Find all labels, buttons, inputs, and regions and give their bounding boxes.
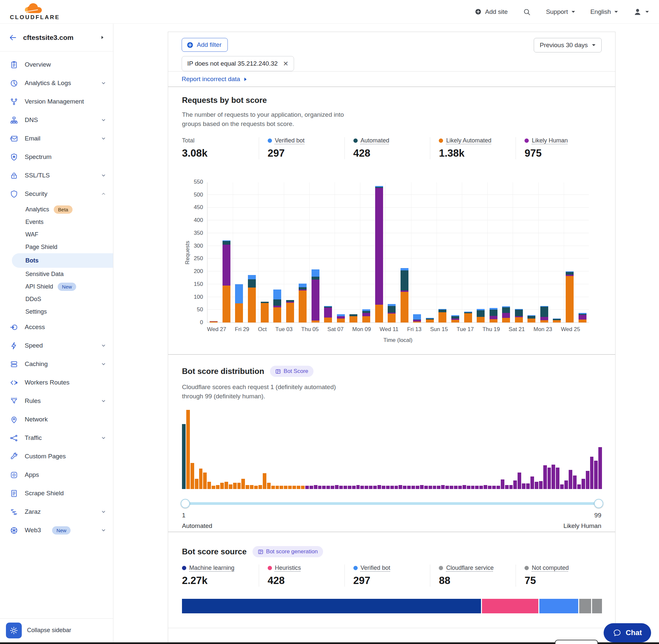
sidebar-item-web3[interactable]: Web3New xyxy=(0,521,113,539)
score-range-slider[interactable] xyxy=(182,499,602,508)
bot-score-generation-docs-badge[interactable]: Bot score generation xyxy=(253,546,323,557)
chart-bar[interactable] xyxy=(500,182,513,322)
stat-label-text[interactable]: Verified bot xyxy=(275,137,305,144)
chart-bar[interactable] xyxy=(373,182,385,322)
chart-bar[interactable] xyxy=(436,182,449,322)
sidebar-item-events[interactable]: Events xyxy=(0,216,113,228)
stat-label-text[interactable]: Automated xyxy=(361,137,389,144)
preferences-button[interactable] xyxy=(6,623,22,638)
chart-bar[interactable] xyxy=(550,182,563,322)
sidebar-item-settings[interactable]: Settings xyxy=(0,305,113,318)
stat-label-text[interactable]: Machine learning xyxy=(189,565,234,572)
sidebar-item-dns[interactable]: DNS xyxy=(0,111,113,129)
histogram-bin-score-56 xyxy=(416,486,419,489)
chart-bar[interactable] xyxy=(411,182,424,322)
sidebar-item-analytics-logs[interactable]: Analytics & Logs xyxy=(0,74,113,92)
collapse-sidebar-button[interactable]: Collapse sidebar xyxy=(27,627,71,634)
sidebar-item-network[interactable]: Network xyxy=(0,410,113,429)
sidebar-item-bots[interactable]: Bots xyxy=(12,253,113,268)
chart-bar[interactable] xyxy=(335,182,348,322)
chart-bar[interactable] xyxy=(538,182,551,322)
chart-bar[interactable] xyxy=(271,182,284,322)
sidebar-item-version-management[interactable]: Version Management xyxy=(0,92,113,111)
add-site-button[interactable]: Add site xyxy=(475,8,508,16)
stat-label-text[interactable]: Likely Automated xyxy=(446,137,491,144)
sidebar-item-sensitive-data[interactable]: Sensitive Data xyxy=(0,268,113,280)
account-menu[interactable] xyxy=(633,7,649,16)
sidebar-item-api-shield[interactable]: API ShieldNew xyxy=(0,280,113,293)
bar-segment-verified-bot xyxy=(235,284,243,303)
sidebar-item-security[interactable]: Security xyxy=(0,185,113,203)
stat-likely-human: Likely Human975 xyxy=(516,137,601,159)
chart-bar[interactable] xyxy=(474,182,487,322)
sidebar-item-apps[interactable]: Apps xyxy=(0,466,113,484)
remove-filter-icon[interactable]: ✕ xyxy=(283,60,288,68)
chart-bar[interactable] xyxy=(525,182,538,322)
sidebar-item-analytics[interactable]: AnalyticsBeta xyxy=(0,203,113,216)
stat-label-text[interactable]: Not computed xyxy=(532,565,569,572)
site-selector[interactable]: cftestsite3.com xyxy=(0,24,113,51)
stat-label: Verified bot xyxy=(353,565,430,572)
sidebar-item-ssl-tls[interactable]: SSL/TLS xyxy=(0,166,113,185)
chart-bar[interactable] xyxy=(360,182,373,322)
sidebar-item-overview[interactable]: Overview xyxy=(0,55,113,74)
chart-bar[interactable] xyxy=(297,182,309,322)
stat-label-text[interactable]: Heuristics xyxy=(275,565,301,572)
sidebar-item-workers-routes[interactable]: Workers Routes xyxy=(0,373,113,392)
chart-bar[interactable] xyxy=(385,182,398,322)
language-menu[interactable]: English xyxy=(590,8,618,16)
sidebar-item-spectrum[interactable]: Spectrum xyxy=(0,148,113,166)
slider-handle-max[interactable] xyxy=(594,499,603,508)
sidebar-item-scrape-shield[interactable]: Scrape Shield xyxy=(0,484,113,503)
y-tick-label: 300 xyxy=(194,243,203,249)
stat-label-text[interactable]: Verified bot xyxy=(361,565,390,572)
chart-bar[interactable] xyxy=(487,182,500,322)
bar-segment-likely-human xyxy=(311,280,320,321)
slider-track[interactable] xyxy=(182,502,602,505)
sidebar-item-waf[interactable]: WAF xyxy=(0,228,113,241)
sidebar-item-access[interactable]: Access xyxy=(0,318,113,336)
chart-bar[interactable] xyxy=(309,182,322,322)
sidebar-item-page-shield[interactable]: Page Shield xyxy=(0,241,113,253)
chart-bar[interactable] xyxy=(245,182,258,322)
support-menu[interactable]: Support xyxy=(546,8,575,16)
chart-bar[interactable] xyxy=(513,182,525,322)
report-incorrect-data-link[interactable]: Report incorrect data xyxy=(182,75,248,83)
chart-bar[interactable] xyxy=(258,182,271,322)
chart-bar[interactable] xyxy=(207,182,220,322)
sidebar-item-custom-pages[interactable]: Custom Pages xyxy=(0,447,113,466)
stat-label-text[interactable]: Likely Human xyxy=(532,137,568,144)
chart-bar[interactable] xyxy=(449,182,462,322)
bot-score-docs-badge[interactable]: Bot Score xyxy=(270,366,313,377)
cloudflare-logo[interactable]: CLOUDFLARE xyxy=(10,3,60,21)
filter-chip[interactable]: IP does not equal 35.212.240.32 ✕ xyxy=(182,56,294,71)
sidebar-item-caching[interactable]: Caching xyxy=(0,355,113,373)
chart-bar[interactable] xyxy=(347,182,360,322)
chart-bar[interactable] xyxy=(563,182,576,322)
chart-bar[interactable] xyxy=(462,182,474,322)
chat-button[interactable]: Chat xyxy=(604,623,651,642)
sidebar-item-speed[interactable]: Speed xyxy=(0,336,113,355)
chart-bar[interactable] xyxy=(322,182,335,322)
bar-segment-likely-automated xyxy=(235,303,243,322)
chart-bar[interactable] xyxy=(233,182,245,322)
chart-bar[interactable] xyxy=(398,182,411,322)
sidebar-item-email[interactable]: Email xyxy=(0,129,113,148)
sidebar-item-ddos[interactable]: DDoS xyxy=(0,293,113,305)
y-tick-label: 500 xyxy=(194,191,203,198)
sidebar-item-zaraz[interactable]: Zaraz xyxy=(0,503,113,521)
chart-bar[interactable] xyxy=(220,182,233,322)
slider-handle-min[interactable] xyxy=(181,499,190,508)
sidebar-item-traffic[interactable]: Traffic xyxy=(0,429,113,447)
date-range-dropdown[interactable]: Previous 30 days xyxy=(534,38,602,52)
chart-bar[interactable] xyxy=(576,182,589,322)
chevron-down-icon xyxy=(101,528,106,532)
search-button[interactable] xyxy=(523,8,531,16)
x-tick-label: Wed 27 xyxy=(207,326,226,333)
sidebar-item-rules[interactable]: Rules xyxy=(0,392,113,410)
stat-label-text[interactable]: Cloudflare service xyxy=(446,565,494,572)
chart-bar[interactable] xyxy=(424,182,437,322)
back-arrow-icon[interactable] xyxy=(8,33,17,42)
add-filter-button[interactable]: Add filter xyxy=(182,38,228,52)
chart-bar[interactable] xyxy=(283,182,297,322)
